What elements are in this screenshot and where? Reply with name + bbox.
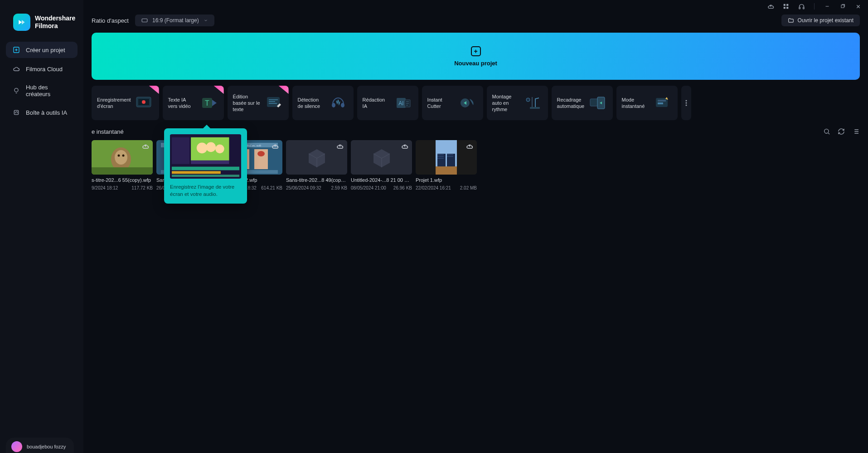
grid-icon[interactable] xyxy=(782,3,790,10)
svg-rect-40 xyxy=(92,167,153,175)
tool-auto-beat[interactable]: Montage auto en rythme xyxy=(487,86,548,120)
tool-instant-cutter[interactable]: Instant Cutter xyxy=(422,86,483,120)
tool-text-to-video[interactable]: Texte IA vers vidéoT xyxy=(163,86,224,120)
project-name: Sans-titre-202...8 49(copy).wfp xyxy=(286,177,347,183)
text-edit-icon xyxy=(263,93,283,113)
project-name: s-titre-202...6 55(copy).wfp xyxy=(92,177,153,183)
tooltip-text: Enregistrez l'image de votre écran et vo… xyxy=(170,183,241,198)
cloud-upload-icon[interactable] xyxy=(272,143,280,151)
screen-record-icon xyxy=(134,93,154,113)
user-name: bouadjebou fozzy xyxy=(27,444,66,449)
svg-point-37 xyxy=(115,150,127,165)
main: Ratio d'aspect 16:9 (Format large) Ouvri… xyxy=(83,0,868,453)
cloud-upload-icon[interactable] xyxy=(401,143,409,151)
tool-auto-reframe[interactable]: Recadrage automatique xyxy=(552,86,613,120)
svg-rect-7 xyxy=(799,7,800,9)
silence-icon xyxy=(328,93,348,113)
nav-ai-toolbox[interactable]: Boîte à outils IA xyxy=(6,104,78,121)
nav-filmora-cloud[interactable]: Filmora Cloud xyxy=(6,61,78,77)
sidebar: Wondershare Filmora Créer un projet Film… xyxy=(0,0,83,453)
tool-screen-record[interactable]: Enregistrement d'écran xyxy=(92,86,159,120)
beat-icon xyxy=(523,93,543,113)
project-meta: 22/02/2024 16:212.02 MB xyxy=(416,185,477,190)
svg-point-32 xyxy=(685,102,687,104)
svg-rect-72 xyxy=(172,171,221,174)
nav-creator-hub[interactable]: Hub des créateurs xyxy=(6,80,78,102)
list-view-icon[interactable] xyxy=(852,127,860,136)
maximize-icon[interactable] xyxy=(839,3,846,10)
tool-text-based-edit[interactable]: Édition basée sur le texte xyxy=(228,86,289,120)
svg-point-31 xyxy=(685,100,687,102)
svg-rect-73 xyxy=(172,175,239,177)
new-project-label: Nouveau projet xyxy=(454,60,497,67)
nav-create-project[interactable]: Créer un projet xyxy=(6,42,78,58)
user-pill[interactable]: bouadjebou fozzy xyxy=(6,438,74,453)
project-card[interactable]: s-titre-202...6 55(copy).wfp 9/2024 18:1… xyxy=(92,140,153,190)
refresh-icon[interactable] xyxy=(837,127,845,136)
svg-point-38 xyxy=(118,155,120,157)
svg-point-34 xyxy=(824,129,829,133)
new-project-hero[interactable]: + Nouveau projet xyxy=(92,33,860,80)
svg-point-33 xyxy=(685,105,687,106)
aspect-ratio-label: Ratio d'aspect xyxy=(92,17,129,24)
cloud-upload-icon[interactable] xyxy=(767,3,774,10)
svg-rect-4 xyxy=(786,4,788,6)
aspect-ratio-select[interactable]: 16:9 (Format large) xyxy=(135,15,214,26)
svg-text:T: T xyxy=(205,99,209,107)
project-card[interactable]: Untitled-2024-...8 21 00 47.wfp 08/05/20… xyxy=(351,140,412,190)
tool-ai-redaction[interactable]: Rédaction IAAI xyxy=(357,86,418,120)
svg-rect-9 xyxy=(841,5,844,8)
svg-point-69 xyxy=(215,145,224,154)
svg-point-13 xyxy=(142,100,145,104)
svg-rect-61 xyxy=(437,154,446,166)
logo-icon xyxy=(13,14,30,31)
svg-text:AI: AI xyxy=(398,100,403,107)
svg-rect-30 xyxy=(658,102,663,104)
tool-tooltip: Enregistrez l'image de votre écran et vo… xyxy=(164,128,247,204)
open-existing-label: Ouvrir le projet existant xyxy=(798,17,853,24)
svg-point-18 xyxy=(341,103,344,107)
project-thumbnail xyxy=(416,140,477,175)
plus-square-icon xyxy=(12,46,20,54)
cloud-upload-icon[interactable] xyxy=(142,143,150,151)
tools-more-button[interactable] xyxy=(681,86,691,120)
project-thumbnail xyxy=(351,140,412,175)
svg-rect-70 xyxy=(191,161,229,164)
plus-icon: + xyxy=(471,46,481,56)
nav-label: Boîte à outils IA xyxy=(26,109,67,116)
svg-rect-6 xyxy=(786,7,788,9)
project-card[interactable]: Projet 1.wfp 22/02/2024 16:212.02 MB xyxy=(416,140,477,190)
svg-point-23 xyxy=(526,98,530,102)
tool-silence-detection[interactable]: Détection de silence xyxy=(292,86,354,120)
ratio-value: 16:9 (Format large) xyxy=(152,17,199,24)
svg-point-67 xyxy=(197,143,208,154)
svg-rect-25 xyxy=(530,107,540,109)
cloud-upload-icon[interactable] xyxy=(466,143,474,151)
tools-row: Enregistrement d'écran Texte IA vers vid… xyxy=(83,80,868,120)
open-existing-button[interactable]: Ouvrir le projet existant xyxy=(781,15,860,26)
tooltip-preview xyxy=(170,134,241,179)
instant-icon xyxy=(652,93,672,113)
svg-point-17 xyxy=(332,103,335,107)
close-icon[interactable] xyxy=(854,3,862,10)
minimize-icon[interactable] xyxy=(824,3,831,10)
avatar xyxy=(11,441,22,452)
cloud-upload-icon[interactable] xyxy=(336,143,344,151)
bulb-icon xyxy=(12,87,20,95)
headset-icon[interactable] xyxy=(798,3,805,10)
tool-instant-mode[interactable]: Mode instantané xyxy=(616,86,678,120)
nav-label: Hub des créateurs xyxy=(26,84,71,97)
more-vertical-icon xyxy=(685,100,687,106)
svg-rect-65 xyxy=(172,137,189,164)
project-card[interactable]: Sans-titre-202...8 49(copy).wfp 25/06/20… xyxy=(286,140,347,190)
svg-point-55 xyxy=(257,151,265,156)
svg-rect-2 xyxy=(14,110,18,114)
project-thumbnail xyxy=(286,140,347,175)
svg-rect-5 xyxy=(784,7,786,9)
app-logo: Wondershare Filmora xyxy=(0,5,83,42)
svg-point-1 xyxy=(15,88,18,92)
search-icon[interactable] xyxy=(823,127,831,136)
cutter-icon xyxy=(458,93,478,113)
section-label: e instantané xyxy=(92,128,124,135)
logo-text: Wondershare Filmora xyxy=(35,15,75,30)
